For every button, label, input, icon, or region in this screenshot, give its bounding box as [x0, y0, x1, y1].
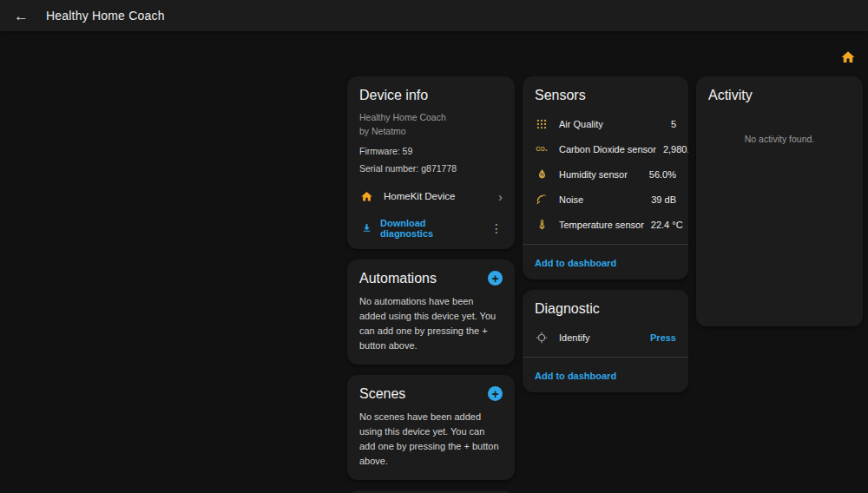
- noise-icon: [535, 194, 549, 206]
- device-manufacturer: by Netatmo: [359, 125, 503, 139]
- device-info-card: Device info Healthy Home Coach by Netatm…: [347, 76, 515, 249]
- page-title: Healthy Home Coach: [46, 9, 165, 23]
- sensor-name: Temperature sensor: [559, 220, 644, 230]
- air-quality-icon: [535, 118, 549, 130]
- device-name: Healthy Home Coach: [359, 111, 503, 125]
- sensors-add-to-dashboard[interactable]: Add to dashboard: [523, 244, 688, 279]
- sensor-value: 39 dB: [651, 194, 676, 205]
- back-arrow-icon[interactable]: ←: [14, 9, 29, 23]
- sensor-value: 22.4 °C: [651, 220, 683, 230]
- temperature-icon: [535, 219, 549, 230]
- chevron-right-icon: ›: [498, 190, 503, 203]
- diagnostic-title: Diagnostic: [535, 301, 600, 317]
- sensors-card: Sensors Air Quality 5: [523, 76, 688, 279]
- activity-empty-text: No activity found.: [696, 111, 863, 144]
- device-firmware: Firmware: 59: [347, 146, 515, 156]
- identify-press-button[interactable]: Press: [650, 332, 676, 343]
- activity-title: Activity: [708, 88, 753, 103]
- device-column: Device info Healthy Home Coach by Netatm…: [347, 76, 515, 493]
- activity-column: Activity No activity found.: [696, 76, 863, 337]
- add-scene-button[interactable]: +: [488, 386, 503, 401]
- sensor-row-humidity[interactable]: % Humidity sensor 56.0%: [523, 161, 688, 187]
- add-to-dashboard-link: Add to dashboard: [535, 258, 616, 268]
- diagnostic-add-to-dashboard[interactable]: Add to dashboard: [523, 357, 688, 392]
- sensors-title: Sensors: [535, 88, 586, 103]
- homekit-home-icon: [359, 190, 373, 203]
- identify-row[interactable]: Identify Press: [523, 325, 688, 350]
- co2-icon: CO₂: [535, 146, 549, 152]
- add-to-dashboard-link: Add to dashboard: [535, 371, 616, 381]
- activity-card: Activity No activity found.: [696, 76, 863, 326]
- home-icon: [840, 49, 856, 65]
- device-serial: Serial number: g871778: [347, 163, 515, 174]
- svg-text:%: %: [540, 173, 544, 177]
- app-bar: ← Healthy Home Coach: [0, 0, 868, 31]
- identify-icon: [535, 332, 549, 344]
- identify-label: Identify: [559, 332, 643, 343]
- download-icon: [359, 222, 373, 233]
- sensor-row-noise[interactable]: Noise 39 dB: [523, 187, 688, 212]
- humidity-icon: %: [535, 168, 549, 180]
- automations-card: Automations + No automations have been a…: [347, 260, 515, 365]
- scenes-title: Scenes: [359, 386, 405, 402]
- sensor-row-co2[interactable]: CO₂ Carbon Dioxide sensor 2,980.0 ppm: [523, 136, 688, 161]
- download-diagnostics-label: Download diagnostics: [380, 218, 480, 239]
- main-content: Device info Healthy Home Coach by Netatm…: [0, 31, 868, 493]
- automations-empty-text: No automations have been added using thi…: [347, 294, 515, 365]
- automations-title: Automations: [359, 271, 437, 286]
- overflow-menu-icon[interactable]: ⋮: [487, 221, 506, 235]
- sensors-column: Sensors Air Quality 5: [523, 76, 688, 403]
- homekit-device-label: HomeKit Device: [384, 191, 488, 201]
- sensor-name: Humidity sensor: [559, 169, 642, 180]
- sensor-row-temperature[interactable]: Temperature sensor 22.4 °C: [523, 212, 688, 237]
- download-diagnostics-row[interactable]: Download diagnostics ⋮: [347, 211, 515, 249]
- sensor-name: Noise: [559, 194, 644, 205]
- sensor-name: Air Quality: [559, 119, 664, 129]
- sensor-name: Carbon Dioxide sensor: [559, 144, 656, 154]
- homekit-device-row[interactable]: HomeKit Device ›: [347, 182, 515, 211]
- device-info-title: Device info: [359, 88, 428, 103]
- sensor-value: 2,980.0 ppm: [663, 144, 688, 154]
- sensor-row-air-quality[interactable]: Air Quality 5: [523, 111, 688, 136]
- sensor-value: 56.0%: [649, 169, 676, 180]
- scenes-empty-text: No scenes have been added using this dev…: [347, 410, 515, 480]
- sensor-value: 5: [671, 119, 676, 129]
- scenes-card: Scenes + No scenes have been added using…: [347, 375, 515, 480]
- add-automation-button[interactable]: +: [488, 271, 503, 286]
- diagnostic-card: Diagnostic Identify Press Add to dashboa…: [523, 290, 688, 392]
